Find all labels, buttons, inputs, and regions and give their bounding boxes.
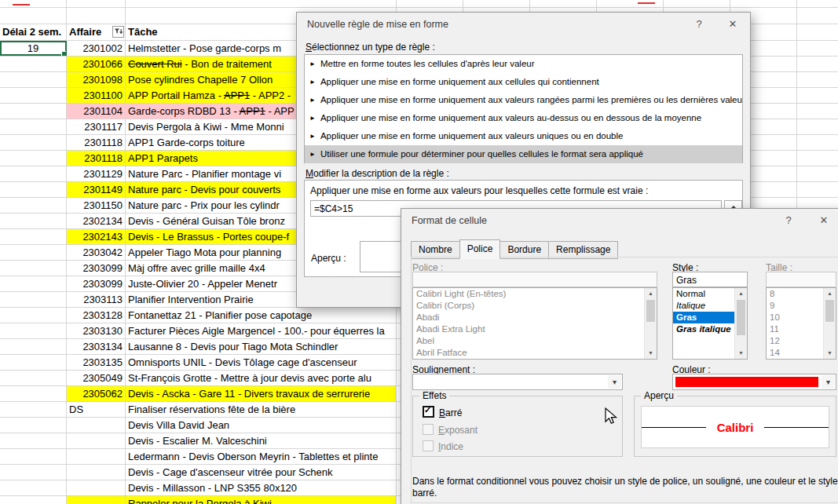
cell-empty[interactable]: [797, 151, 838, 166]
rule-type-option[interactable]: Appliquer une mise en forme uniquement a…: [305, 91, 742, 109]
font-list-scrollbar[interactable]: [644, 288, 657, 359]
rule-type-option[interactable]: Appliquer une mise en forme uniquement a…: [305, 73, 742, 91]
style-input[interactable]: Gras: [672, 272, 748, 287]
cell-delai[interactable]: 19: [0, 41, 67, 56]
scroll-down-icon[interactable]: [735, 348, 747, 359]
cell-affaire[interactable]: [67, 496, 126, 504]
cell-delai[interactable]: [0, 465, 67, 480]
cell-delai[interactable]: [0, 496, 67, 504]
cell-tache[interactable]: Rappeler pour la Pergola à Kiwi: [126, 496, 397, 504]
cell-empty[interactable]: [397, 0, 463, 7]
cell-tache[interactable]: Lausanne 8 - Devis pour Tiago Mota Schin…: [126, 339, 397, 354]
cell-delai[interactable]: [0, 182, 67, 197]
cell-delai[interactable]: [0, 72, 67, 87]
tab-police[interactable]: Police: [459, 239, 501, 259]
cell-affaire[interactable]: 2302143: [67, 229, 126, 244]
style-list-scrollbar[interactable]: [734, 288, 747, 359]
rule-type-option[interactable]: Appliquer une mise en forme uniquement a…: [305, 109, 742, 127]
cell-empty[interactable]: [797, 135, 838, 150]
header-delai[interactable]: Délai 2 sem.: [0, 24, 67, 40]
cell-empty[interactable]: [797, 182, 838, 197]
cell-delai[interactable]: [0, 323, 67, 338]
cell-affaire[interactable]: [67, 465, 126, 480]
cell-delai[interactable]: [0, 104, 67, 119]
header-affaire[interactable]: Affaire: [67, 24, 126, 40]
cell-tache[interactable]: Devis - Ascka - Gare 11 - Divers travaux…: [126, 386, 397, 401]
help-button[interactable]: ?: [777, 209, 800, 232]
help-button[interactable]: ?: [687, 13, 711, 36]
cell-affaire[interactable]: 2301129: [67, 166, 126, 181]
cell-affaire[interactable]: 2301104: [67, 104, 126, 119]
close-button[interactable]: ✕: [808, 209, 838, 232]
rule-type-option[interactable]: Mettre en forme toutes les cellules d'ap…: [305, 55, 742, 73]
close-button[interactable]: ✕: [717, 13, 748, 36]
cell-delai[interactable]: [0, 355, 67, 370]
cell-delai[interactable]: [0, 449, 67, 464]
cell-affaire[interactable]: 2303113: [67, 292, 126, 307]
cell-tache[interactable]: Devis - Cage d'ascenseur vitrée pour Sch…: [126, 465, 397, 480]
cell-affaire[interactable]: [67, 480, 126, 495]
cell-empty[interactable]: [797, 72, 838, 87]
cell-empty[interactable]: [797, 104, 838, 119]
cell-affaire[interactable]: 2301149: [67, 182, 126, 197]
cell-empty[interactable]: [0, 8, 67, 24]
cell-tache[interactable]: Omnisports UNIL - Devis Tôlage cage d'as…: [126, 355, 397, 370]
cell-empty[interactable]: [730, 0, 797, 7]
cell-delai[interactable]: [0, 135, 67, 150]
size-input[interactable]: [766, 272, 836, 287]
cell-delai[interactable]: [0, 308, 67, 323]
cell-empty[interactable]: [797, 8, 838, 24]
underline-dropdown[interactable]: [412, 374, 623, 390]
cell-delai[interactable]: [0, 214, 67, 228]
scroll-down-icon[interactable]: [645, 348, 657, 359]
cell-affaire[interactable]: 2305049: [67, 371, 126, 385]
cell-delai[interactable]: [0, 198, 67, 213]
cell-affaire[interactable]: 2303128: [67, 308, 126, 323]
cell-affaire[interactable]: 2301150: [67, 198, 126, 213]
cell-affaire[interactable]: [67, 433, 126, 448]
chevron-down-icon[interactable]: [822, 375, 835, 389]
cell-affaire[interactable]: 2303134: [67, 339, 126, 354]
color-dropdown[interactable]: [672, 374, 836, 390]
cell-delai[interactable]: [0, 261, 67, 276]
cell-affaire[interactable]: 2303099: [67, 276, 126, 291]
cell-delai[interactable]: [0, 119, 67, 134]
cell-empty[interactable]: [797, 41, 838, 56]
cell-delai[interactable]: [0, 371, 67, 385]
cell-tache[interactable]: Facturer Pièces Aigle Margencel - 100.- …: [126, 323, 397, 338]
scroll-thumb[interactable]: [825, 300, 834, 322]
cell-affaire[interactable]: 2301117: [67, 119, 126, 134]
cell-empty[interactable]: [463, 0, 530, 7]
cell-empty[interactable]: [126, 0, 397, 7]
cell-affaire[interactable]: DS: [67, 402, 126, 417]
header-empty[interactable]: [797, 24, 838, 40]
cell-empty[interactable]: [664, 0, 730, 7]
cell-affaire[interactable]: 2303099: [67, 261, 126, 276]
cell-empty[interactable]: [530, 0, 597, 7]
cell-delai[interactable]: [0, 433, 67, 448]
cell-affaire[interactable]: [67, 449, 126, 464]
scroll-down-icon[interactable]: [824, 348, 836, 359]
cell-delai[interactable]: [0, 339, 67, 354]
cell-empty[interactable]: [797, 88, 838, 103]
cell-affaire[interactable]: 2303130: [67, 323, 126, 338]
rule-type-option-selected[interactable]: Utiliser une formule pour déterminer pou…: [305, 145, 742, 163]
scroll-thumb[interactable]: [646, 300, 655, 322]
cell-delai[interactable]: [0, 480, 67, 495]
scroll-up-icon[interactable]: [824, 288, 836, 299]
cell-delai[interactable]: [0, 402, 67, 417]
cell-affaire[interactable]: [67, 418, 126, 433]
cell-delai[interactable]: [0, 57, 67, 71]
cell-tache[interactable]: Devis - Escalier M. Valceschini: [126, 433, 397, 448]
cell-delai[interactable]: [0, 292, 67, 307]
cell-affaire[interactable]: 2301118: [67, 151, 126, 166]
cell-empty[interactable]: [797, 57, 838, 71]
cell-delai[interactable]: [0, 166, 67, 181]
cell-empty[interactable]: [797, 119, 838, 134]
cell-delai[interactable]: [0, 276, 67, 291]
scroll-up-icon[interactable]: [645, 288, 657, 299]
cell-delai[interactable]: [0, 245, 67, 260]
cell-delai[interactable]: [0, 151, 67, 166]
cell-empty[interactable]: [67, 8, 126, 24]
cell-affaire[interactable]: 2301098: [67, 72, 126, 87]
